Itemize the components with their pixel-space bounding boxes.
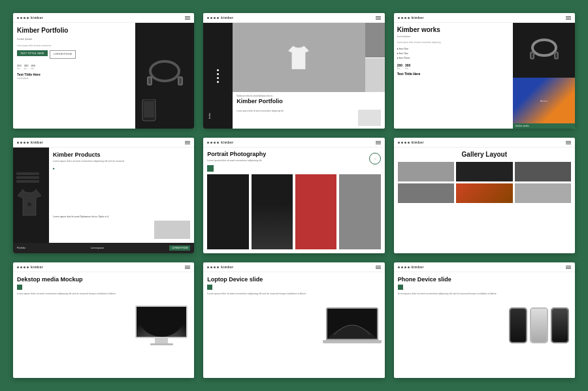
slide-1-text-sub: Lorem ipsum — [17, 77, 131, 80]
menu-icon — [185, 266, 190, 269]
nav-item-3: ▸ Item Three — [397, 56, 510, 60]
slide-8-left: Loptop Device slide Lorem ipsum dolor si… — [203, 272, 319, 378]
gallery-cell-3 — [515, 162, 571, 181]
phone-inner-2 — [531, 309, 547, 342]
slide-1-content: Kimber Portfolio Lorem Ipsum Lorem ipsum… — [13, 23, 194, 129]
laptop-mockup — [323, 307, 382, 343]
slide-4-arrow: ▸ — [53, 166, 190, 170]
phone-small-icon — [139, 99, 165, 122]
slide-2[interactable]: kimber kimber — [203, 13, 384, 129]
stat-3: 400 two — [31, 64, 35, 70]
brand-label: kimber — [31, 16, 43, 20]
slide-2-main: Diphasium dics fa-verat Diphasium dic-ta… — [233, 23, 384, 129]
menu-icon — [376, 141, 381, 144]
slide-3-desc: Lorem ipsum dolor sit amet consectetur a… — [397, 41, 510, 44]
slide-2-header: kimber — [203, 13, 384, 23]
menu-icon — [376, 16, 381, 20]
slide-6[interactable]: kimber Gallery Layout — [394, 138, 575, 253]
brand-label: kimber — [412, 265, 424, 269]
slide-4-dark-left — [13, 148, 49, 243]
dark-brand: kimber — [208, 113, 211, 119]
laptop-screen-inner — [327, 309, 377, 339]
green-circle: → — [369, 153, 381, 164]
phone-dark-2 — [551, 307, 569, 343]
slide-2-top-images — [233, 23, 384, 92]
slide-7-green-sq — [17, 285, 22, 290]
slide-2-content: kimber Diphasium dics fa-verat Diphasi — [203, 23, 384, 129]
slide-9-green-sq — [398, 285, 403, 290]
drag-icon — [207, 17, 219, 19]
slide-6-title: Gallery Layout — [398, 151, 571, 158]
slide-7[interactable]: kimber Dekstop media Mockup Lorem ipsum … — [13, 262, 194, 378]
menu-icon — [566, 16, 571, 20]
svg-point-0 — [150, 61, 179, 81]
headphone-icon — [140, 58, 189, 94]
slide-7-header: kimber — [13, 262, 194, 272]
slide-4-title: Kimber Products — [53, 151, 190, 158]
stat-2: 300 two — [24, 64, 29, 70]
slide-3-content: Kimber works Lorem Ipsum Lorem ipsum dol… — [394, 23, 575, 129]
brand-label: kimber — [31, 265, 43, 269]
slide-4-small-img — [154, 221, 190, 239]
slide-3-left: Kimber works Lorem Ipsum Lorem ipsum dol… — [394, 23, 513, 129]
slide-9-title: Phone Device slide — [398, 276, 499, 283]
menu-icon — [185, 141, 190, 144]
slide-5-content: Portrait Photography Lorem ipsum dolor s… — [203, 148, 384, 253]
photo-4 — [339, 174, 380, 249]
headphone-dark-img — [513, 23, 575, 78]
slide-8-header: kimber — [203, 262, 384, 272]
slide-1-image — [135, 23, 194, 129]
slide-6-content: Gallery Layout — [394, 148, 575, 253]
slide-1-btn-secondary[interactable]: LOREM IPSUM — [50, 50, 76, 59]
slide-1-header: kimber — [13, 13, 194, 23]
slide-2-bottom: Lorem ipsum dolor sit amet consectetur a… — [233, 107, 384, 129]
stat-1: 200 two — [17, 64, 22, 70]
monitor-stand — [155, 338, 168, 343]
slide-3-nav: ▸ Item One ▸ Item Two ▸ Item Three — [397, 47, 510, 60]
slides-grid: kimber Kimber Portfolio Lorem Ipsum Lore… — [0, 0, 588, 391]
slide-2-desc: Lorem ipsum dolor sit amet consectetur a… — [237, 110, 355, 126]
jacket-shapes — [16, 172, 39, 183]
slide-5-top: Portrait Photography Lorem ipsum dolor s… — [203, 148, 384, 174]
svg-rect-6 — [144, 101, 154, 117]
slide-8-content: Loptop Device slide Lorem ipsum dolor si… — [203, 272, 384, 378]
slide-2-title-band: Diphasium dics fa-verat Diphasium dic-ta… — [233, 92, 384, 107]
slide-1[interactable]: kimber Kimber Portfolio Lorem Ipsum Lore… — [13, 13, 194, 129]
nav-item-1: ▸ Item One — [397, 47, 510, 51]
spacer — [53, 170, 190, 215]
circle-icon: → — [373, 157, 376, 161]
slide-7-content: Dekstop media Mockup Lorem ipsum dolor s… — [13, 272, 194, 378]
photo-1 — [207, 174, 248, 249]
drag-icon — [17, 266, 29, 268]
laptop-base — [323, 340, 382, 343]
slide-5-header: kimber — [203, 138, 384, 148]
drag-icon — [207, 266, 219, 268]
slide-7-left: Dekstop media Mockup Lorem ipsum dolor s… — [13, 272, 129, 378]
slide-5-title: Portrait Photography — [207, 151, 363, 157]
slide-3[interactable]: kimber Kimber works Lorem Ipsum Lorem ip… — [394, 13, 575, 129]
slide-9[interactable]: kimber Phone Device slide Lorem ipsum do… — [394, 262, 575, 378]
slide-9-left: Phone Device slide Lorem ipsum dolor sit… — [394, 272, 503, 378]
gallery-cell-2 — [456, 162, 512, 181]
slide-4[interactable]: kimber — [13, 138, 194, 253]
svg-rect-11 — [555, 53, 557, 58]
drag-icon — [207, 142, 219, 144]
drag-icon — [17, 142, 29, 144]
svg-point-12 — [27, 202, 31, 206]
drag-icon — [398, 17, 410, 19]
phone-white-1 — [530, 307, 548, 343]
laptop-screen — [326, 307, 378, 340]
slide-8[interactable]: kimber Loptop Device slide Lorem ipsum d… — [203, 262, 384, 378]
slide-7-desc: Lorem ipsum dolor sit amet consectetur a… — [17, 292, 125, 296]
svg-rect-10 — [531, 53, 533, 58]
slide-2-small-img — [358, 110, 381, 126]
slide-4-lorem: Lorem ipsum duis fa-verat Diphasium dic-… — [53, 215, 190, 219]
slide-4-btn[interactable]: LOREM IPSUM — [169, 245, 191, 251]
monitor-screen — [135, 305, 188, 338]
slide-5-photos — [203, 174, 384, 253]
brand-label: kimber — [221, 265, 233, 269]
phone-dark-1 — [509, 307, 527, 343]
slide-1-btn-primary[interactable]: TEXT TITTLE HERE — [17, 50, 48, 56]
menu-icon — [376, 266, 381, 269]
slide-5[interactable]: kimber Portrait Photography Lorem ipsum … — [203, 138, 384, 253]
